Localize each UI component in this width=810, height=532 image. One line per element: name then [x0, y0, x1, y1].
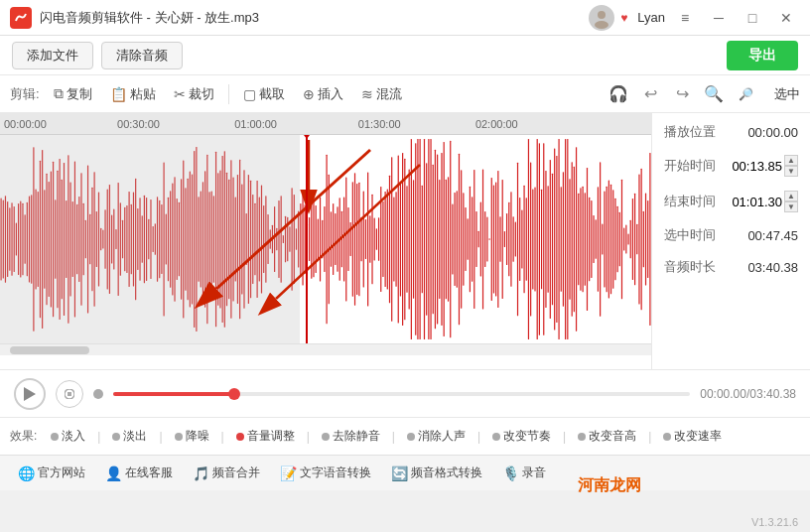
progress-handle[interactable]: [228, 388, 240, 400]
audio-merge-link[interactable]: 🎵 频音合并: [185, 463, 268, 483]
format-convert-link[interactable]: 🔄 频音格式转换: [383, 463, 490, 483]
menu-button[interactable]: ≡: [671, 4, 699, 32]
svg-rect-205: [441, 153, 442, 326]
svg-rect-259: [558, 139, 559, 339]
svg-rect-183: [393, 198, 394, 282]
undo-icon[interactable]: ↩: [637, 81, 663, 107]
svg-rect-162: [347, 207, 348, 271]
svg-rect-289: [623, 227, 624, 250]
effect-denoise[interactable]: 降噪: [169, 426, 215, 447]
end-time-down[interactable]: ▼: [784, 201, 798, 212]
svg-rect-163: [350, 222, 351, 256]
zoom-in-icon[interactable]: 🔍: [701, 81, 727, 107]
transport-bar: 00:00.00/03:40.38: [0, 369, 810, 417]
mix-button[interactable]: ≋ 混流: [353, 82, 410, 106]
start-time-down[interactable]: ▼: [784, 166, 798, 177]
svg-rect-247: [532, 190, 533, 290]
svg-rect-228: [491, 178, 492, 301]
svg-rect-301: [649, 153, 650, 326]
add-file-button[interactable]: 添加文件: [12, 42, 93, 69]
svg-rect-269: [580, 188, 581, 290]
effect-pitch[interactable]: 改变音高: [572, 426, 642, 447]
zoom-out-icon[interactable]: 🔎: [733, 81, 758, 107]
svg-rect-294: [634, 194, 635, 286]
effect-remove-voice[interactable]: 消除人声: [401, 426, 472, 447]
svg-rect-235: [506, 213, 507, 265]
svg-rect-200: [430, 139, 431, 339]
insert-button[interactable]: ⊕ 插入: [295, 82, 351, 106]
window-controls: ♥ Lyan ≡ ─ □ ✕: [589, 4, 800, 32]
start-time-input[interactable]: 00:13.85 ▲ ▼: [732, 155, 798, 177]
svg-rect-234: [504, 231, 505, 247]
play-button[interactable]: [14, 378, 46, 410]
online-service-label: 在线客服: [125, 465, 173, 481]
export-button[interactable]: 导出: [727, 41, 798, 70]
progress-bar[interactable]: [113, 392, 690, 396]
svg-rect-249: [537, 139, 538, 339]
svg-rect-226: [486, 216, 487, 261]
svg-rect-160: [343, 197, 344, 281]
copy-icon: ⧉: [54, 85, 64, 102]
svg-rect-255: [550, 160, 551, 319]
end-time-value: 01:01.30: [732, 195, 782, 209]
start-time-spinner[interactable]: ▲ ▼: [784, 155, 798, 177]
svg-rect-164: [352, 182, 353, 296]
scroll-thumb[interactable]: [10, 346, 89, 354]
online-service-link[interactable]: 👤 在线客服: [97, 463, 181, 483]
svg-rect-152: [326, 155, 327, 324]
waveform-area[interactable]: [0, 135, 651, 343]
svg-rect-248: [534, 187, 535, 291]
headphone-icon[interactable]: 🎧: [606, 81, 631, 107]
copy-button[interactable]: ⧉ 复制: [46, 82, 100, 106]
clip-icon: ▢: [243, 86, 256, 102]
svg-point-0: [598, 11, 606, 19]
svg-rect-202: [435, 150, 436, 329]
start-time-up[interactable]: ▲: [784, 155, 798, 166]
waveform-scrollbar[interactable]: [0, 343, 651, 355]
timeline: 00:00:00 00:30:00 01:00:00 01:30:00 02:0…: [0, 113, 651, 135]
svg-rect-177: [380, 187, 381, 292]
svg-rect-281: [607, 187, 608, 292]
waveform-container[interactable]: 00:00:00 00:30:00 01:00:00 01:30:00 02:0…: [0, 113, 651, 369]
fadein-dot: [51, 433, 59, 441]
effect-remove-silence[interactable]: 去除静音: [316, 426, 386, 447]
clip-button[interactable]: ▢ 截取: [235, 82, 293, 106]
svg-rect-256: [552, 174, 553, 306]
svg-rect-146: [313, 201, 314, 277]
redo-icon[interactable]: ↪: [669, 81, 695, 107]
cut-button[interactable]: ✂ 裁切: [166, 82, 222, 106]
svg-rect-232: [499, 216, 500, 262]
text-to-speech-link[interactable]: 📝 文字语音转换: [272, 463, 379, 483]
svg-rect-284: [612, 190, 613, 289]
maximize-button[interactable]: □: [739, 4, 766, 32]
end-time-spinner[interactable]: ▲ ▼: [784, 191, 798, 212]
paste-button[interactable]: 📋 粘贴: [102, 82, 164, 106]
effect-speed[interactable]: 改变速率: [657, 426, 728, 447]
minimize-button[interactable]: ─: [705, 4, 733, 32]
record-link[interactable]: 🎙️ 录音: [494, 463, 554, 483]
svg-rect-198: [426, 163, 427, 315]
svg-rect-210: [452, 203, 453, 274]
clear-audio-button[interactable]: 清除音频: [101, 42, 183, 69]
svg-rect-225: [484, 211, 485, 267]
svg-rect-231: [497, 171, 498, 308]
effect-fadeout[interactable]: 淡出: [106, 426, 153, 447]
format-convert-label: 频音格式转换: [411, 465, 482, 481]
end-time-input[interactable]: 01:01.30 ▲ ▼: [732, 191, 798, 212]
svg-rect-182: [391, 157, 392, 322]
official-site-link[interactable]: 🌐 官方网站: [10, 463, 93, 483]
close-button[interactable]: ✕: [772, 4, 800, 32]
stop-button[interactable]: [56, 380, 83, 408]
svg-rect-280: [604, 192, 605, 288]
svg-rect-215: [463, 193, 464, 286]
effect-volume[interactable]: 音量调整: [230, 426, 301, 447]
end-time-up[interactable]: ▲: [784, 191, 798, 201]
svg-rect-195: [420, 139, 421, 339]
svg-rect-275: [593, 215, 594, 263]
selected-duration-row: 选中时间 00:47.45: [664, 226, 798, 244]
svg-rect-180: [387, 190, 388, 290]
effect-fadein[interactable]: 淡入: [45, 426, 91, 447]
effect-tempo[interactable]: 改变节奏: [486, 426, 557, 447]
remove-voice-label: 消除人声: [418, 428, 466, 445]
svg-rect-257: [554, 149, 555, 331]
